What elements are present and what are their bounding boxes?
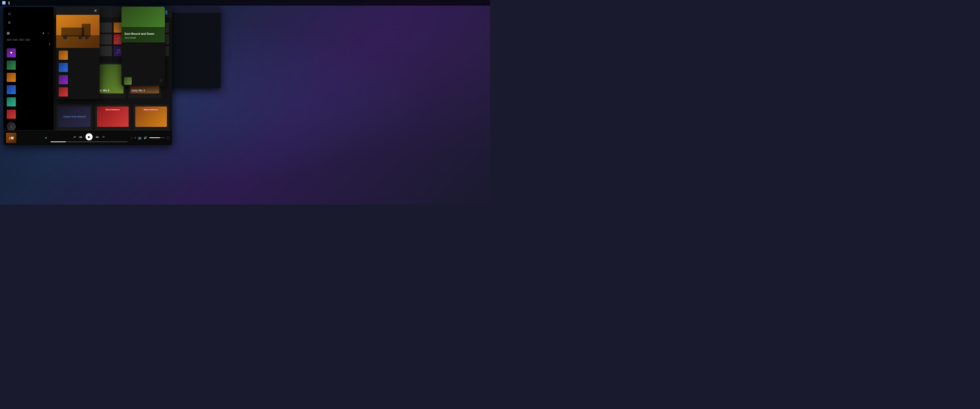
fullscreen-btn[interactable]: ⛶	[167, 136, 169, 139]
home-icon: ⌂	[8, 11, 11, 16]
filter-playlists[interactable]	[6, 39, 12, 41]
svg-rect-2	[61, 27, 84, 37]
svg-point-6	[85, 35, 89, 39]
modal-driving-thumb	[59, 63, 68, 72]
library-header: ⊞ + →	[3, 29, 54, 38]
queue-heart-icon[interactable]: ♡	[159, 79, 162, 83]
playbar-center: ⇄ ⏮ ▶ ⏭ ⟳	[49, 133, 129, 142]
cr-80s-label: Rock Anthems	[143, 108, 159, 111]
recents-sort-icon: ⇕	[48, 43, 51, 46]
library-header-right: + →	[42, 31, 51, 36]
next-btn[interactable]: ⏭	[96, 135, 99, 139]
shuffle-btn[interactable]: ⇄	[73, 135, 76, 138]
lyrics-btn[interactable]: ♪	[131, 136, 132, 139]
country-modal: ✕	[56, 6, 100, 99]
library-icon: ⊞	[6, 31, 10, 35]
cr-80s-card[interactable]: Rock Anthems	[133, 104, 169, 130]
taskbar: ❖ ▐	[0, 0, 490, 6]
artist-panel: East Bound and Down Jerry Reed 🎵 ♡	[121, 6, 165, 86]
playbar-controls: ⇄ ⏮ ▶ ⏭ ⟳	[73, 133, 105, 140]
cr-workout-label: Classic Rock Workout	[62, 115, 87, 119]
daily-mix-3-badge: Daily Mix 3	[132, 89, 145, 92]
taskbar-left: ❖ ▐	[2, 1, 10, 5]
library-expand-btn[interactable]: →	[46, 31, 51, 36]
modal-playlist-list	[56, 48, 100, 99]
modal-close-btn[interactable]: ✕	[94, 9, 97, 13]
kdst-thumb	[6, 110, 16, 119]
modal-hero	[56, 15, 100, 48]
filter-artists[interactable]	[25, 39, 30, 41]
library-item[interactable]	[3, 59, 54, 71]
modal-playlist-item-loopdaddy[interactable]	[56, 73, 100, 86]
queue-thumb: 🎵	[124, 77, 132, 85]
taskbar-logo[interactable]: ❖	[2, 1, 6, 5]
modal-loopdaddy-thumb	[59, 75, 68, 84]
volume-slider[interactable]	[149, 137, 165, 138]
recents-row[interactable]: ⇕	[3, 42, 54, 47]
playbar: 🚛 ♥ ⇄ ⏮ ▶ ⏭ ⟳ ♪	[3, 130, 172, 145]
classic-rock-cards: Classic Rock Workout Rock Anthems Rock A…	[57, 104, 169, 130]
cr-70s-thumb: Rock Anthems	[97, 107, 129, 127]
library-item[interactable]	[3, 83, 54, 96]
library-add-btn[interactable]: +	[42, 31, 45, 36]
library-header-left: ⊞	[6, 31, 11, 35]
filter-podcasts[interactable]	[13, 39, 18, 41]
svg-point-5	[78, 35, 83, 39]
repeat-btn[interactable]: ⟳	[102, 135, 105, 138]
playbar-album-art: 🚛	[6, 133, 16, 143]
artist-hero-art: East Bound and Down Jerry Reed	[121, 6, 165, 42]
progress-row	[49, 142, 129, 142]
svg-rect-1	[56, 35, 100, 48]
taskbar-app-spotify[interactable]: ▐	[8, 2, 10, 4]
cr-70s-label: Rock Anthems	[105, 108, 121, 111]
modal-kdst-thumb	[59, 87, 68, 97]
volume-icon[interactable]: 🔊	[144, 136, 147, 139]
filter-row	[3, 38, 54, 42]
sidebar: ⌂ ⌕ ⊞ + →	[3, 7, 54, 130]
svg-point-4	[63, 35, 67, 39]
library-item[interactable]: ♥	[3, 47, 54, 59]
library-item[interactable]: ♪	[3, 120, 54, 130]
library-item[interactable]	[3, 108, 54, 120]
volume-fill	[149, 137, 160, 138]
library-item-country[interactable]	[3, 71, 54, 83]
artist-panel-hero: East Bound and Down Jerry Reed	[121, 6, 165, 42]
progress-bar[interactable]	[51, 142, 127, 142]
sidebar-library: ⊞ + → ⇕	[3, 29, 54, 130]
knower-thumb	[6, 97, 16, 107]
filter-albums[interactable]	[19, 39, 24, 41]
play-pause-btn[interactable]: ▶	[86, 133, 93, 140]
sidebar-nav: ⌂ ⌕	[3, 7, 54, 29]
sidebar-nav-search[interactable]: ⌕	[6, 18, 52, 27]
modal-country-thumb	[59, 51, 68, 60]
sidebar-nav-home[interactable]: ⌂	[6, 9, 52, 18]
svg-text:East Bound and Down: East Bound and Down	[124, 32, 154, 35]
queue-item[interactable]: 🎵 ♡	[121, 76, 165, 86]
playbar-right: ♪ ≡ 📺 🔊 ⛶	[131, 136, 169, 139]
cr-workout-thumb: Classic Rock Workout	[59, 107, 90, 127]
modal-hero-img	[56, 15, 100, 48]
classic-rock-section: Classic Rock Workout Rock Anthems Rock A…	[54, 99, 172, 130]
next-queue-header	[121, 73, 165, 76]
devices-btn[interactable]: 📺	[138, 136, 142, 139]
modal-playlist-item-driving[interactable]	[56, 61, 100, 73]
svg-rect-3	[82, 24, 91, 37]
modal-playlist-item-kdst[interactable]	[56, 86, 100, 98]
clowncore-thumb: ♪	[6, 122, 16, 130]
broeders-thumb	[6, 60, 16, 70]
svg-text:Jerry Reed: Jerry Reed	[124, 37, 136, 39]
cr-80s-thumb: Rock Anthems	[135, 107, 167, 127]
library-item[interactable]	[3, 96, 54, 108]
modal-playlist-item-country[interactable]	[56, 49, 100, 61]
prev-btn[interactable]: ⏮	[79, 135, 83, 139]
queue-btn[interactable]: ≡	[135, 136, 136, 139]
artist-panel-info	[121, 42, 165, 73]
playbar-heart-btn[interactable]: ♥	[45, 136, 47, 140]
playbar-left: 🚛 ♥	[6, 133, 47, 143]
cr-70s-card[interactable]: Rock Anthems	[95, 104, 130, 130]
search-icon: ⌕	[8, 20, 11, 24]
modal-header: ✕	[56, 6, 100, 15]
search-input[interactable]	[13, 21, 49, 24]
cr-workout-card[interactable]: Classic Rock Workout	[57, 104, 92, 130]
driving-thumb	[6, 85, 16, 94]
